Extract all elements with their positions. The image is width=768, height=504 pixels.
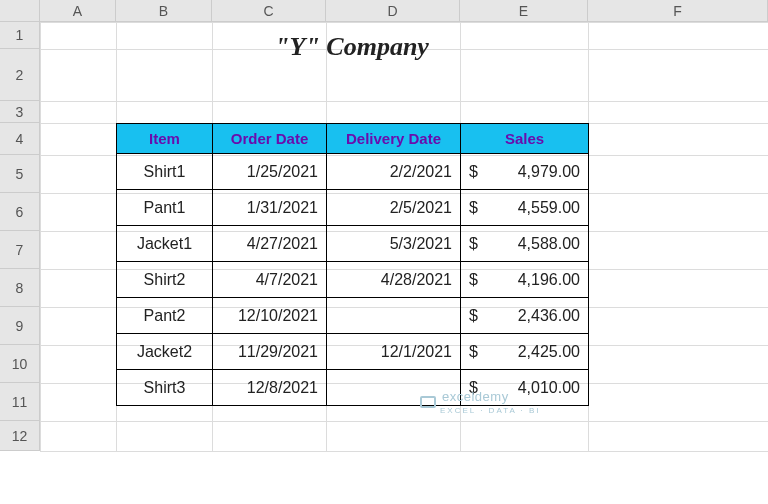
col-letter-B[interactable]: B [116,0,212,22]
col-header-order[interactable]: Order Date [213,124,327,154]
currency-symbol: $ [469,343,490,361]
cell-deliv[interactable]: 2/5/2021 [327,190,461,226]
cell-deliv[interactable] [327,298,461,334]
col-header-sales[interactable]: Sales [461,124,589,154]
row-number-7[interactable]: 7 [0,231,40,269]
row-number-8[interactable]: 8 [0,269,40,307]
cell-sales[interactable]: $4,979.00 [461,154,589,190]
watermark-brand: exceldemy [442,389,541,404]
cell-deliv[interactable]: 2/2/2021 [327,154,461,190]
cell-item[interactable]: Jacket2 [117,334,213,370]
cell-deliv[interactable]: 5/3/2021 [327,226,461,262]
cell-order[interactable]: 4/27/2021 [213,226,327,262]
cell-order[interactable]: 12/8/2021 [213,370,327,406]
row-number-9[interactable]: 9 [0,307,40,345]
table-row[interactable]: Jacket14/27/20215/3/2021$4,588.00 [117,226,589,262]
row-number-10[interactable]: 10 [0,345,40,383]
col-header-item[interactable]: Item [117,124,213,154]
cell-deliv[interactable]: 4/28/2021 [327,262,461,298]
row-number-12[interactable]: 12 [0,421,40,451]
table-row[interactable]: Pant11/31/20212/5/2021$4,559.00 [117,190,589,226]
cell-sales[interactable]: $2,425.00 [461,334,589,370]
currency-symbol: $ [469,199,490,217]
table-row[interactable]: Shirt11/25/20212/2/2021$4,979.00 [117,154,589,190]
cell-item[interactable]: Shirt2 [117,262,213,298]
cell-order[interactable]: 1/25/2021 [213,154,327,190]
sales-value: 2,436.00 [518,307,580,325]
sales-value: 2,425.00 [518,343,580,361]
cell-item[interactable]: Shirt3 [117,370,213,406]
cell-sales[interactable]: $4,559.00 [461,190,589,226]
data-table: Item Order Date Delivery Date Sales Shir… [116,123,589,406]
cell-item[interactable]: Shirt1 [117,154,213,190]
table-row[interactable]: Shirt24/7/20214/28/2021$4,196.00 [117,262,589,298]
watermark-tag: EXCEL · DATA · BI [440,406,541,415]
col-letter-C[interactable]: C [212,0,326,22]
row-number-1[interactable]: 1 [0,22,40,49]
currency-symbol: $ [469,163,490,181]
col-letter-F[interactable]: F [588,0,768,22]
sales-value: 4,559.00 [518,199,580,217]
row-number-5[interactable]: 5 [0,155,40,193]
watermark-icon [420,396,436,408]
cell-deliv[interactable]: 12/1/2021 [327,334,461,370]
sales-value: 4,196.00 [518,271,580,289]
cell-item[interactable]: Pant2 [117,298,213,334]
table-row[interactable]: Jacket211/29/202112/1/2021$2,425.00 [117,334,589,370]
row-number-2[interactable]: 2 [0,49,40,101]
sheet-title: "Y" Company [116,32,588,62]
currency-symbol: $ [469,235,490,253]
cell-sales[interactable]: $4,196.00 [461,262,589,298]
col-header-deliv[interactable]: Delivery Date [327,124,461,154]
cell-item[interactable]: Pant1 [117,190,213,226]
cell-item[interactable]: Jacket1 [117,226,213,262]
row-number-3[interactable]: 3 [0,101,40,123]
cell-order[interactable]: 12/10/2021 [213,298,327,334]
cell-sales[interactable]: $2,436.00 [461,298,589,334]
sales-value: 4,979.00 [518,163,580,181]
cell-order[interactable]: 1/31/2021 [213,190,327,226]
table-row[interactable]: Pant212/10/2021$2,436.00 [117,298,589,334]
row-number-11[interactable]: 11 [0,383,40,421]
row-number-6[interactable]: 6 [0,193,40,231]
cell-order[interactable]: 4/7/2021 [213,262,327,298]
row-number-4[interactable]: 4 [0,123,40,155]
watermark: exceldemy EXCEL · DATA · BI [420,389,541,415]
col-letter-A[interactable]: A [40,0,116,22]
col-letter-D[interactable]: D [326,0,460,22]
sheet-corner[interactable] [0,0,40,22]
currency-symbol: $ [469,307,490,325]
cell-sales[interactable]: $4,588.00 [461,226,589,262]
cell-order[interactable]: 11/29/2021 [213,334,327,370]
col-letter-E[interactable]: E [460,0,588,22]
currency-symbol: $ [469,271,490,289]
sales-value: 4,588.00 [518,235,580,253]
